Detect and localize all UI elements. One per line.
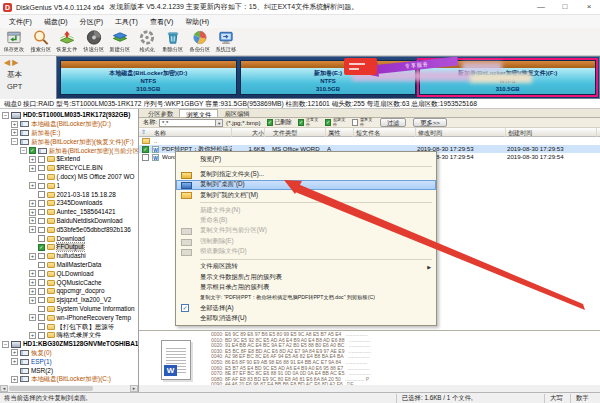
tree-item[interactable]: +sjsjqzxt_lxa200_V2 [0, 296, 138, 305]
expand-icon[interactable]: + [29, 314, 36, 321]
column-header[interactable]: 名称 [153, 128, 232, 137]
tab-分区参数[interactable]: 分区参数 [142, 109, 179, 117]
context-menu-item[interactable]: 复制到"桌面"(D) [176, 180, 436, 190]
sort-arrow-icon[interactable]: ⇧ [141, 128, 146, 137]
menubar-item[interactable]: 分区(P) [74, 15, 109, 28]
tree-item[interactable]: +ESP(1) [0, 357, 138, 366]
row-checkbox[interactable]: ✓ [142, 146, 149, 153]
column-header[interactable]: 文件类型 [272, 128, 326, 137]
tree-item[interactable]: +Auntec_1585641421 [0, 208, 138, 217]
collapse-icon[interactable]: − [20, 147, 27, 154]
tab-浏览文件[interactable]: 浏览文件 [179, 109, 218, 117]
tree-checkbox[interactable] [38, 253, 45, 260]
filter-checkbox[interactable]: 重复文件 [352, 118, 373, 127]
tree-checkbox[interactable] [38, 174, 45, 181]
tree-item[interactable]: −HD1:KBG30ZMS128GNVMeTOSHIBA1 [0, 340, 138, 349]
toolbar-button-quick[interactable]: 快速分区 [81, 28, 108, 56]
filter-checkbox[interactable]: ✓损坏文件 [325, 118, 346, 127]
tree-item[interactable]: −新加卷(BitLocker加密)(恢复文件)(F:) [0, 137, 138, 146]
context-menu-item[interactable]: 复制到"我的文档"(M) [176, 190, 436, 200]
tree-item[interactable]: +d53bfe5e05dbbcf892b136 [0, 225, 138, 234]
tree-item[interactable]: +MailMasterData [0, 261, 138, 270]
tree-checkbox[interactable] [38, 200, 45, 207]
tree-checkbox[interactable] [38, 218, 45, 225]
more-button[interactable]: 更多>> [413, 118, 447, 127]
column-header[interactable]: 属性 [327, 128, 354, 137]
expand-icon[interactable]: + [29, 217, 36, 224]
expand-icon[interactable]: + [29, 182, 36, 189]
tree-checkbox[interactable] [38, 314, 45, 321]
tree-item[interactable]: +1 [0, 181, 138, 190]
expand-icon[interactable]: + [11, 121, 18, 128]
tree-item[interactable]: +MSR(2) [0, 366, 138, 375]
chevron-down-icon[interactable]: ▾ [215, 120, 222, 126]
toolbar-button-migrate[interactable]: 系统迁移 [213, 28, 240, 56]
tree-item[interactable]: −✓新加卷(BitLocker加密)(当前分区) [0, 146, 138, 155]
expand-icon[interactable]: + [29, 209, 36, 216]
toolbar-button-newpart[interactable]: 新建分区 [107, 28, 134, 56]
scroll-right-icon[interactable]: ▸ [130, 385, 138, 392]
context-menu-item[interactable]: 全部取消选择(U) [176, 313, 436, 323]
tree-checkbox[interactable] [38, 332, 45, 339]
filter-checkbox[interactable]: ✓正常文件 [298, 118, 319, 127]
tree-checkbox[interactable]: ✓ [29, 147, 36, 154]
expand-icon[interactable]: + [29, 297, 36, 304]
expand-icon[interactable]: + [11, 358, 18, 365]
tree-item[interactable]: +新加卷(E:) [0, 129, 138, 138]
tree-horizontal-scrollbar[interactable]: ◂ ▸ [0, 385, 139, 392]
filter-pattern-combobox[interactable]: *.* ▾ [159, 119, 223, 127]
menubar-item[interactable]: 文件(F) [3, 15, 38, 28]
toolbar-button-search[interactable]: 搜索分区 [28, 28, 55, 56]
menubar-item[interactable]: 磁盘(D) [38, 15, 74, 28]
tree-checkbox[interactable]: ✓ [38, 244, 45, 251]
partition-block[interactable]: 本地磁盘(BitLocker加密)(D:)NTFS310.5GB [60, 60, 237, 95]
filter-button[interactable]: 过滤 [380, 118, 406, 127]
menubar-item[interactable]: 工具(T) [109, 15, 144, 28]
context-menu-item[interactable]: 文件扇区跳转▶ [176, 262, 436, 272]
tree-item[interactable]: +(.docx) MS Office 2007 WO [0, 173, 138, 182]
expand-icon[interactable]: + [29, 288, 36, 295]
tree-item[interactable]: +✓FFOutput [0, 243, 138, 252]
column-header[interactable]: 大小 [233, 128, 265, 137]
context-menu-item[interactable]: 复制文字: "PDF转PPT：教你轻松搞定电脑PDF转PPT文档.doc" 到剪… [176, 293, 436, 303]
tree-item[interactable]: +本地磁盘(BitLocker加密)(D:) [0, 120, 138, 129]
expand-icon[interactable]: + [29, 332, 36, 339]
context-menu-item[interactable]: 复制到指定文件夹(S)... [176, 169, 436, 179]
tree-checkbox[interactable] [38, 165, 45, 172]
tree-item[interactable]: +$RECYCLE.BIN [0, 164, 138, 173]
scroll-left-icon[interactable]: ◂ [0, 385, 8, 392]
tree-item[interactable]: −HD0:ST1000LM035-1RK172(932GB) [0, 111, 138, 120]
collapse-icon[interactable]: − [2, 341, 9, 348]
scrollbar-thumb[interactable] [9, 386, 93, 391]
toolbar-button-backup[interactable]: 备份分区 [187, 28, 214, 56]
tree-item[interactable]: +嗨格式录屏文件 [0, 331, 138, 340]
tree-checkbox[interactable] [38, 156, 45, 163]
toolbar-button-format[interactable]: 格式化 [134, 28, 161, 56]
tree-item[interactable]: +$Extend [0, 155, 138, 164]
tree-item[interactable]: +2345Downloads [0, 199, 138, 208]
row-checkbox[interactable] [142, 154, 149, 161]
menubar-item[interactable]: 查看(V) [144, 15, 179, 28]
filter-checkbox[interactable]: ✓已删除 [267, 118, 292, 127]
tree-checkbox[interactable] [38, 297, 45, 304]
minimize-button[interactable]: — [534, 1, 548, 13]
expand-icon[interactable]: + [29, 279, 36, 286]
tree-item[interactable]: +QQMusicCache [0, 278, 138, 287]
tree-checkbox[interactable] [38, 235, 45, 242]
toolbar-button-delete[interactable]: 删除分区 [160, 28, 187, 56]
tree-checkbox[interactable] [38, 323, 45, 330]
tree-item[interactable]: +本地磁盘(BitLocker加密)(C:) [0, 375, 138, 384]
tree-item[interactable]: +System Volume Information [0, 305, 138, 314]
maximize-button[interactable]: □ [558, 1, 572, 13]
toolbar-button-save[interactable]: 保存更改 [1, 28, 28, 56]
tree-checkbox[interactable] [38, 270, 45, 277]
tree-item[interactable]: +Download [0, 234, 138, 243]
tree-item[interactable]: +恢复(0) [0, 349, 138, 358]
tree-checkbox[interactable] [38, 306, 45, 313]
context-menu-item[interactable]: 预览(P) [176, 154, 436, 164]
tree-checkbox[interactable] [38, 262, 45, 269]
tree-item[interactable]: +QLDownload [0, 269, 138, 278]
tree-item[interactable]: +huifudashi [0, 252, 138, 261]
tree-checkbox[interactable] [38, 288, 45, 295]
tree-item[interactable]: +qqpcmgr_docpro [0, 287, 138, 296]
